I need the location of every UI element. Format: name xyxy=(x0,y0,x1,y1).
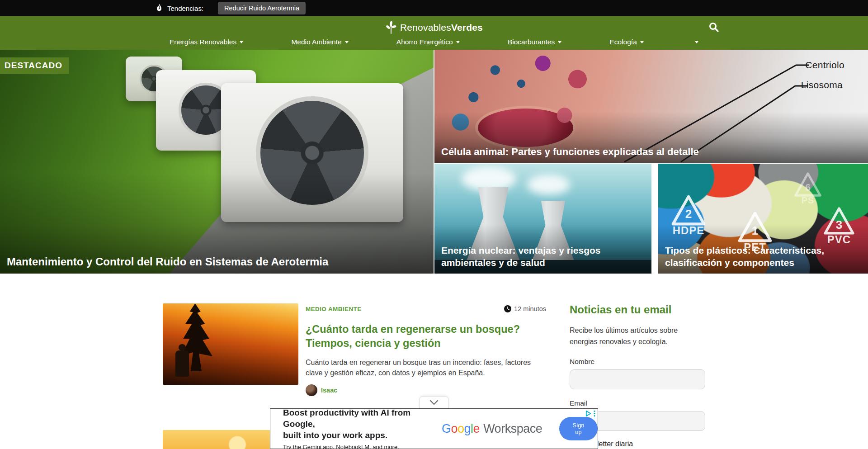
recycle-symbol-hdpe: 2 HDPE xyxy=(671,194,706,237)
site-logo[interactable]: RenovablesVerdes xyxy=(385,21,483,34)
hero-title[interactable]: Tipos de plásticos: Características, cla… xyxy=(665,245,848,269)
heat-pump-art xyxy=(126,57,182,101)
hero-card-aerotermia[interactable]: DESTACADO Mantenimiento y Control del Ru… xyxy=(0,50,434,274)
hero-title[interactable]: Célula animal: Partes y funciones explic… xyxy=(441,146,861,158)
author-name: Isaac xyxy=(321,387,337,394)
anchor-ad-container: Boost productivity with AI from Google, … xyxy=(270,408,598,449)
chevron-down-icon xyxy=(429,400,439,405)
ad-subline: Try the Gemini app, NotebookLM, and more… xyxy=(283,444,439,449)
nav-item-ecologia[interactable]: Ecología xyxy=(609,38,643,46)
hero-section: DESTACADO Mantenimiento y Control del Ru… xyxy=(0,50,868,274)
recycle-symbol-ps: 6 PS xyxy=(794,172,822,206)
logo-text: RenovablesVerdes xyxy=(400,22,483,33)
hero-title[interactable]: Energía nuclear: ventajas y riesgos ambi… xyxy=(441,245,633,269)
adchoices-icon[interactable] xyxy=(585,410,592,417)
google-logo-word: Google xyxy=(442,422,480,436)
name-label: Nombre xyxy=(570,358,705,366)
chevron-down-icon xyxy=(345,41,349,43)
nav-item-more[interactable] xyxy=(692,38,698,46)
heat-pump-art xyxy=(221,83,403,222)
chevron-down-icon xyxy=(240,41,243,43)
recycle-symbol-pvc: 3 PVC xyxy=(823,207,855,246)
hero-title[interactable]: Mantenimiento y Control del Ruido en Sis… xyxy=(7,255,427,269)
ad-signup-button[interactable]: Sign up xyxy=(559,417,598,440)
nav-item-medio-ambiente[interactable]: Medio Ambiente xyxy=(291,38,348,46)
nav-item-biocarburantes[interactable]: Biocarburantes xyxy=(508,38,561,46)
search-icon[interactable] xyxy=(708,22,720,33)
newsletter-description: Recibe los últimos artículos sobre energ… xyxy=(570,325,705,348)
author-avatar xyxy=(306,384,317,396)
read-time: 12 minutos xyxy=(504,305,546,312)
article-card: MEDIO AMBIENTE 12 minutos ¿Cuánto tarda … xyxy=(163,303,546,396)
firefighter-silhouette-art xyxy=(175,350,189,377)
cell-label-centriolo: Centriolo xyxy=(805,60,844,71)
chevron-down-icon xyxy=(456,41,460,43)
newsletter-heading: Noticias en tu email xyxy=(570,303,705,316)
site-header: RenovablesVerdes Energías Renovables Med… xyxy=(0,16,868,50)
main-nav: Energías Renovables Medio Ambiente Ahorr… xyxy=(170,38,698,46)
google-workspace-logo: Google Workspace xyxy=(442,422,542,436)
google-workspace-ad[interactable]: Boost productivity with AI from Google, … xyxy=(270,408,598,449)
chevron-down-icon xyxy=(695,41,698,43)
flame-icon xyxy=(156,4,163,13)
email-label: Email xyxy=(570,399,705,407)
article-category[interactable]: MEDIO AMBIENTE xyxy=(306,306,362,312)
clock-icon xyxy=(504,305,511,312)
steam-art xyxy=(462,166,516,191)
gravel-path-art xyxy=(95,50,434,274)
nav-item-energias-renovables[interactable]: Energías Renovables xyxy=(170,38,243,46)
chevron-down-icon xyxy=(640,41,644,43)
chevron-down-icon xyxy=(558,41,561,43)
hero-card-celula[interactable]: Centriolo Lisosoma Célula animal: Partes… xyxy=(434,50,868,163)
trending-label: Tendencias: xyxy=(167,5,203,12)
wind-turbine-icon xyxy=(385,21,397,34)
trending-bar: Tendencias: Reducir Ruido Aerotermia xyxy=(0,0,868,16)
article-excerpt: Cuánto tarda en regenerar un bosque tras… xyxy=(306,357,546,378)
ad-headline: Boost productivity with AI from Google, … xyxy=(283,407,439,441)
cell-label-lisosoma: Lisosoma xyxy=(801,80,843,90)
hero-card-plasticos[interactable]: 2 HDPE 1 PET 6 PS 3 PVC Ti xyxy=(658,164,868,274)
article-author[interactable]: Isaac xyxy=(306,384,546,396)
name-input[interactable] xyxy=(570,369,705,389)
article-thumbnail[interactable] xyxy=(163,303,298,385)
article-title[interactable]: ¿Cuánto tarda en regenerarse un bosque? … xyxy=(306,322,546,351)
heat-pump-art xyxy=(156,70,256,151)
nav-item-ahorro-energetico[interactable]: Ahorro Energético xyxy=(396,38,460,46)
hero-card-nuclear[interactable]: Energía nuclear: ventajas y riesgos ambi… xyxy=(434,164,651,274)
ad-options-icon[interactable] xyxy=(593,410,596,417)
steam-art xyxy=(527,175,570,195)
featured-badge: DESTACADO xyxy=(0,57,69,74)
trending-chip[interactable]: Reducir Ruido Aerotermia xyxy=(218,2,306,14)
